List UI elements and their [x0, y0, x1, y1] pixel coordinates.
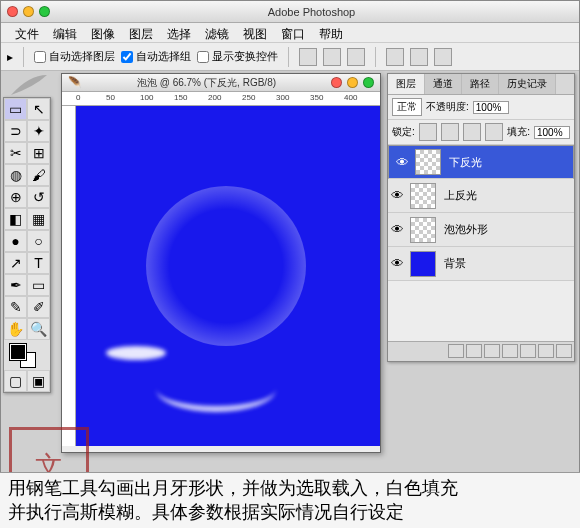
- notes-tool[interactable]: ✎: [4, 296, 27, 318]
- visibility-icon[interactable]: 👁: [388, 256, 406, 271]
- blur-tool[interactable]: ●: [4, 230, 27, 252]
- history-brush-tool[interactable]: ↺: [27, 186, 50, 208]
- heal-tool[interactable]: ◍: [4, 164, 27, 186]
- align-icon[interactable]: [323, 48, 341, 66]
- link-icon[interactable]: [448, 344, 464, 358]
- layer-name: 背景: [440, 256, 466, 271]
- menu-edit[interactable]: 编辑: [47, 25, 83, 40]
- zoom-tool[interactable]: 🔍: [27, 318, 50, 340]
- wand-tool[interactable]: ✦: [27, 120, 50, 142]
- menu-file[interactable]: 文件: [9, 25, 45, 40]
- crescent-highlight: [156, 366, 276, 416]
- doc-close-icon[interactable]: [331, 77, 342, 88]
- mask-icon[interactable]: [484, 344, 500, 358]
- slice-tool[interactable]: ⊞: [27, 142, 50, 164]
- v-ruler: [62, 106, 76, 446]
- text-tool[interactable]: T: [27, 252, 50, 274]
- screenmode-icon[interactable]: ▣: [27, 370, 50, 392]
- lock-pos-icon[interactable]: [463, 123, 481, 141]
- minimize-icon[interactable]: [23, 6, 34, 17]
- document-window: 🪶 泡泡 @ 66.7% (下反光, RGB/8) 0 50 100 150 2…: [61, 73, 381, 453]
- path-tool[interactable]: ↗: [4, 252, 27, 274]
- layer-name: 泡泡外形: [440, 222, 488, 237]
- menu-window[interactable]: 窗口: [275, 25, 311, 40]
- show-transform-checkbox[interactable]: 显示变换控件: [197, 49, 278, 64]
- doc-title: 泡泡 @ 66.7% (下反光, RGB/8): [82, 76, 331, 90]
- feather-icon: [9, 73, 49, 97]
- distribute-icon[interactable]: [386, 48, 404, 66]
- align-icon[interactable]: [299, 48, 317, 66]
- auto-select-group-checkbox[interactable]: 自动选择组: [121, 49, 191, 64]
- new-layer-icon[interactable]: [538, 344, 554, 358]
- lock-trans-icon[interactable]: [419, 123, 437, 141]
- auto-select-layer-checkbox[interactable]: 自动选择图层: [34, 49, 115, 64]
- layer-row[interactable]: 👁 下反光: [388, 145, 574, 179]
- doc-min-icon[interactable]: [347, 77, 358, 88]
- main-window: Adobe Photoshop 文件 编辑 图像 图层 选择 滤镜 视图 窗口 …: [0, 0, 580, 528]
- fg-color[interactable]: [10, 344, 26, 360]
- move-tool-icon: ▸: [7, 50, 13, 64]
- align-icon[interactable]: [347, 48, 365, 66]
- options-bar: ▸ 自动选择图层 自动选择组 显示变换控件: [1, 43, 579, 71]
- menu-help[interactable]: 帮助: [313, 25, 349, 40]
- canvas[interactable]: [76, 106, 380, 446]
- layer-thumb: [410, 183, 436, 209]
- layer-thumb: [410, 251, 436, 277]
- h-ruler: 0 50 100 150 200 250 300 350 400: [62, 92, 380, 106]
- zoom-icon[interactable]: [39, 6, 50, 17]
- layer-thumb: [410, 217, 436, 243]
- menu-image[interactable]: 图像: [85, 25, 121, 40]
- fx-icon[interactable]: [466, 344, 482, 358]
- stamp-tool[interactable]: ⊕: [4, 186, 27, 208]
- brush-tool[interactable]: 🖌: [27, 164, 50, 186]
- app-title: Adobe Photoshop: [50, 6, 573, 18]
- visibility-icon[interactable]: 👁: [388, 222, 406, 237]
- visibility-icon[interactable]: 👁: [393, 155, 411, 170]
- eraser-tool[interactable]: ◧: [4, 208, 27, 230]
- hand-tool[interactable]: ✋: [4, 318, 27, 340]
- menubar: 文件 编辑 图像 图层 选择 滤镜 视图 窗口 帮助: [1, 23, 579, 43]
- quickmask-icon[interactable]: ▢: [4, 370, 27, 392]
- layer-row[interactable]: 👁 泡泡外形: [388, 213, 574, 247]
- doc-zoom-icon[interactable]: [363, 77, 374, 88]
- pen-tool[interactable]: ✒: [4, 274, 27, 296]
- distribute-icon[interactable]: [410, 48, 428, 66]
- close-icon[interactable]: [7, 6, 18, 17]
- ellipse-highlight: [106, 346, 166, 360]
- fill-field[interactable]: 100%: [534, 126, 570, 139]
- move-tool[interactable]: ↖: [27, 98, 50, 120]
- menu-select[interactable]: 选择: [161, 25, 197, 40]
- color-swatch[interactable]: [4, 340, 50, 370]
- menu-view[interactable]: 视图: [237, 25, 273, 40]
- lock-pixels-icon[interactable]: [441, 123, 459, 141]
- toolbox: ▭↖ ⊃✦ ✂⊞ ◍🖌 ⊕↺ ◧▦ ●○ ↗T ✒▭ ✎✐ ✋🔍 ▢▣: [3, 97, 51, 393]
- menu-layer[interactable]: 图层: [123, 25, 159, 40]
- shape-tool[interactable]: ▭: [27, 274, 50, 296]
- layer-name: 上反光: [440, 188, 477, 203]
- tab-history[interactable]: 历史记录: [499, 74, 556, 94]
- visibility-icon[interactable]: 👁: [388, 188, 406, 203]
- gradient-tool[interactable]: ▦: [27, 208, 50, 230]
- lasso-tool[interactable]: ⊃: [4, 120, 27, 142]
- adjust-icon[interactable]: [502, 344, 518, 358]
- lock-label: 锁定:: [392, 125, 415, 139]
- layer-row[interactable]: 👁 背景: [388, 247, 574, 281]
- lock-all-icon[interactable]: [485, 123, 503, 141]
- trash-icon[interactable]: [556, 344, 572, 358]
- tab-channels[interactable]: 通道: [425, 74, 462, 94]
- layer-row[interactable]: 👁 上反光: [388, 179, 574, 213]
- tab-paths[interactable]: 路径: [462, 74, 499, 94]
- marquee-tool[interactable]: ▭: [4, 98, 27, 120]
- menu-filter[interactable]: 滤镜: [199, 25, 235, 40]
- distribute-icon[interactable]: [434, 48, 452, 66]
- tab-layers[interactable]: 图层: [388, 74, 425, 94]
- layers-panel: 图层 通道 路径 历史记录 正常 不透明度: 100% 锁定: 填充: 100%…: [387, 73, 575, 362]
- opacity-field[interactable]: 100%: [473, 101, 509, 114]
- crop-tool[interactable]: ✂: [4, 142, 27, 164]
- eyedropper-tool[interactable]: ✐: [27, 296, 50, 318]
- folder-icon[interactable]: [520, 344, 536, 358]
- layer-thumb: [415, 149, 441, 175]
- opacity-label: 不透明度:: [426, 100, 469, 114]
- dodge-tool[interactable]: ○: [27, 230, 50, 252]
- blend-mode-select[interactable]: 正常: [392, 98, 422, 116]
